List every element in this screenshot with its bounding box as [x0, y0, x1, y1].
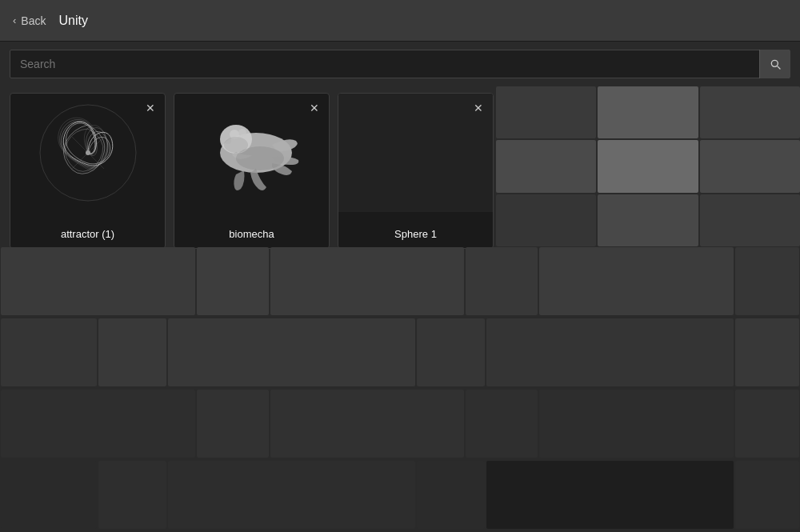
- card-close-biomecha[interactable]: ✕: [306, 100, 322, 116]
- mosaic-row-2: [0, 318, 800, 387]
- mosaic-tile: [98, 318, 166, 386]
- page-title: Unity: [58, 14, 87, 28]
- mosaic-tile: [735, 461, 799, 529]
- mosaic-tile: [1, 247, 195, 315]
- mosaic-tile: [197, 390, 269, 458]
- back-label: Back: [21, 14, 46, 27]
- card-label-attractor: attractor (1): [10, 228, 165, 240]
- mosaic-tile: [735, 390, 799, 458]
- card-close-attractor[interactable]: ✕: [142, 100, 158, 116]
- search-icon: [769, 58, 782, 70]
- back-button[interactable]: ‹ Back: [13, 14, 46, 27]
- mosaic-tile: [1, 390, 195, 458]
- search-bar: [10, 50, 790, 78]
- card-sphere1[interactable]: ✕ Sphere 1: [338, 93, 494, 249]
- mosaic-tile: [417, 461, 485, 529]
- mosaic-tile: [1, 461, 97, 529]
- mosaic-tile: [270, 247, 465, 315]
- card-biomecha[interactable]: ✕: [174, 93, 330, 249]
- mosaic-tile: [1, 318, 97, 386]
- mosaic-background: [0, 246, 800, 532]
- mosaic-tile: [168, 461, 415, 529]
- mosaic-tile: [98, 461, 166, 529]
- mosaic-tile: [270, 390, 465, 458]
- card-close-sphere1[interactable]: ✕: [470, 100, 486, 116]
- mosaic-tile: [539, 390, 734, 458]
- card-label-biomecha: biomecha: [174, 228, 329, 240]
- mosaic-tile: [486, 318, 734, 386]
- mosaic-row-3: [0, 389, 800, 458]
- mosaic-tile: [735, 318, 799, 386]
- mosaic-tile: [486, 461, 734, 529]
- mosaic-tile: [197, 247, 269, 315]
- mosaic-tile: [539, 247, 734, 315]
- main-content: ✕: [0, 86, 800, 532]
- mosaic-tile: [735, 247, 799, 315]
- mosaic-row-4: [0, 460, 800, 530]
- back-chevron-icon: ‹: [13, 14, 16, 26]
- search-input[interactable]: [10, 58, 759, 70]
- mosaic-tile: [466, 390, 538, 458]
- header: ‹ Back Unity: [0, 0, 800, 42]
- mosaic-row-1: [0, 246, 800, 316]
- attractor-image: [36, 101, 140, 205]
- mosaic-tile: [466, 247, 538, 315]
- search-button[interactable]: [759, 50, 790, 78]
- svg-point-7: [238, 129, 246, 137]
- biomecha-image: [196, 101, 308, 205]
- mosaic-tile: [417, 318, 485, 386]
- svg-point-10: [236, 146, 284, 170]
- card-label-sphere1: Sphere 1: [338, 228, 493, 240]
- mosaic-tile: [168, 318, 415, 386]
- card-attractor[interactable]: ✕: [10, 93, 166, 249]
